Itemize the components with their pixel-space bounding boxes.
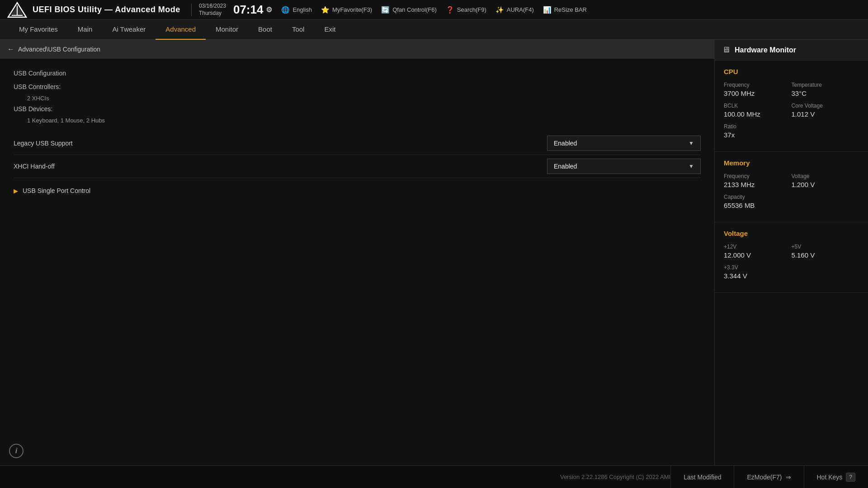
ez-mode-label: EzMode(F7) bbox=[747, 474, 782, 481]
footer-actions: Last Modified EzMode(F7) ⇒ Hot Keys ? bbox=[670, 466, 868, 488]
nav-exit[interactable]: Exit bbox=[314, 20, 345, 40]
hw-v12-v5-row: +12V 12.000 V +5V 5.160 V bbox=[724, 244, 859, 259]
search-icon: ❓ bbox=[446, 6, 454, 14]
hw-mem-freq-label: Frequency bbox=[724, 173, 792, 179]
hw-cpu-ratio-row: Ratio 37x bbox=[724, 123, 859, 139]
hw-cpu-ratio-value: 37x bbox=[724, 131, 859, 139]
hot-keys-button[interactable]: Hot Keys ? bbox=[804, 466, 868, 488]
hw-cpu-bclk-vcore-row: BCLK 100.00 MHz Core Voltage 1.012 V bbox=[724, 103, 859, 118]
hw-cpu-temp-label: Temperature bbox=[792, 82, 859, 88]
aura-shortcut[interactable]: ✨ AURA(F4) bbox=[495, 6, 534, 14]
qfan-label: Qfan Control(F6) bbox=[392, 6, 437, 13]
hw-cpu-vcore-label: Core Voltage bbox=[792, 103, 859, 109]
star-icon: ⭐ bbox=[321, 6, 330, 14]
xhci-value: Enabled bbox=[554, 163, 577, 170]
nav-main[interactable]: Main bbox=[68, 20, 103, 40]
xhci-label: XHCI Hand-off bbox=[14, 163, 547, 170]
asus-logo bbox=[7, 2, 27, 18]
hw-cpu-freq-value: 3700 MHz bbox=[724, 89, 792, 97]
config-content: USB Configuration USB Controllers: 2 XHC… bbox=[0, 59, 714, 257]
aura-icon: ✨ bbox=[495, 6, 504, 14]
search-label: Search(F9) bbox=[457, 6, 486, 13]
ez-mode-icon: ⇒ bbox=[786, 474, 791, 481]
settings-icon[interactable]: ⚙ bbox=[266, 5, 272, 14]
hw-cpu-freq-temp-row: Frequency 3700 MHz Temperature 33°C bbox=[724, 82, 859, 97]
xhci-select[interactable]: Enabled ▼ bbox=[547, 159, 701, 174]
hw-mem-capacity-value: 65536 MB bbox=[724, 202, 859, 209]
hw-v12-col: +12V 12.000 V bbox=[724, 244, 792, 259]
hw-cpu-freq-label: Frequency bbox=[724, 82, 792, 88]
hw-mem-freq-volt-row: Frequency 2133 MHz Voltage 1.200 V bbox=[724, 173, 859, 188]
hot-keys-label: Hot Keys bbox=[817, 474, 843, 481]
date-label: 03/16/2023 bbox=[199, 3, 226, 10]
qfan-control-shortcut[interactable]: 🔄 Qfan Control(F6) bbox=[381, 6, 437, 14]
usb-controllers-label: USB Controllers: bbox=[14, 81, 701, 92]
footer-bar: Version 2.22.1286 Copyright (C) 2022 AMI… bbox=[0, 465, 868, 488]
my-favorite-shortcut[interactable]: ⭐ MyFavorite(F3) bbox=[321, 6, 372, 14]
hw-cpu-temp-col: Temperature 33°C bbox=[792, 82, 859, 97]
aura-label: AURA(F4) bbox=[507, 6, 534, 13]
legacy-usb-select[interactable]: Enabled ▼ bbox=[547, 136, 701, 151]
hw-v33-col: +3.3V 3.344 V bbox=[724, 264, 859, 280]
hot-keys-key-icon: ? bbox=[846, 473, 855, 482]
nav-boot[interactable]: Boot bbox=[248, 20, 282, 40]
nav-advanced[interactable]: Advanced bbox=[156, 20, 206, 40]
hw-mem-capacity-row: Capacity 65536 MB bbox=[724, 194, 859, 209]
hw-cpu-bclk-label: BCLK bbox=[724, 103, 792, 109]
nav-ai-tweaker[interactable]: Ai Tweaker bbox=[102, 20, 156, 40]
hw-mem-capacity-label: Capacity bbox=[724, 194, 859, 200]
monitor-icon: 🖥 bbox=[722, 45, 730, 55]
hw-mem-capacity-col: Capacity 65536 MB bbox=[724, 194, 859, 209]
hw-cpu-vcore-col: Core Voltage 1.012 V bbox=[792, 103, 859, 118]
hw-v5-label: +5V bbox=[792, 244, 859, 250]
hw-v12-label: +12V bbox=[724, 244, 792, 250]
app-title: UEFI BIOS Utility — Advanced Mode bbox=[33, 5, 180, 14]
hw-monitor-panel: 🖥 Hardware Monitor CPU Frequency 3700 MH… bbox=[714, 40, 868, 465]
hw-cpu-freq-col: Frequency 3700 MHz bbox=[724, 82, 792, 97]
content-area: ← Advanced\USB Configuration USB Configu… bbox=[0, 40, 714, 465]
last-modified-label: Last Modified bbox=[684, 474, 721, 481]
day-label: Thursday bbox=[199, 10, 222, 17]
last-modified-button[interactable]: Last Modified bbox=[670, 466, 734, 488]
search-shortcut[interactable]: ❓ Search(F9) bbox=[446, 6, 486, 14]
ez-mode-button[interactable]: EzMode(F7) ⇒ bbox=[734, 466, 803, 488]
hw-v5-col: +5V 5.160 V bbox=[792, 244, 859, 259]
time-display: 07:14 ⚙ bbox=[233, 3, 273, 17]
legacy-usb-label: Legacy USB Support bbox=[14, 140, 547, 147]
hw-memory-title: Memory bbox=[724, 159, 859, 167]
hw-v33-row: +3.3V 3.344 V bbox=[724, 264, 859, 280]
hw-mem-volt-label: Voltage bbox=[792, 173, 859, 179]
hw-v12-value: 12.000 V bbox=[724, 251, 792, 259]
nav-my-favorites[interactable]: My Favorites bbox=[9, 20, 68, 40]
footer-version: Version 2.22.1286 Copyright (C) 2022 AMI bbox=[560, 474, 670, 480]
nav-monitor[interactable]: Monitor bbox=[206, 20, 248, 40]
fan-icon: 🔄 bbox=[381, 6, 390, 14]
hw-mem-volt-value: 1.200 V bbox=[792, 181, 859, 188]
breadcrumb-text: Advanced\USB Configuration bbox=[18, 46, 100, 53]
info-area: i bbox=[0, 436, 714, 465]
hw-monitor-header: 🖥 Hardware Monitor bbox=[715, 40, 868, 61]
resize-icon: 📊 bbox=[543, 6, 552, 14]
resize-bar-shortcut[interactable]: 📊 ReSize BAR bbox=[543, 6, 587, 14]
nav-tool[interactable]: Tool bbox=[282, 20, 315, 40]
header-bar: UEFI BIOS Utility — Advanced Mode 03/16/… bbox=[0, 0, 868, 20]
hw-cpu-temp-value: 33°C bbox=[792, 89, 859, 97]
hw-voltage-section: Voltage +12V 12.000 V +5V 5.160 V +3.3V … bbox=[715, 222, 868, 293]
info-icon[interactable]: i bbox=[9, 444, 24, 458]
usb-devices-label: USB Devices: bbox=[14, 103, 701, 114]
usb-single-port-submenu[interactable]: ▶ USB Single Port Control bbox=[14, 183, 701, 199]
hw-mem-freq-value: 2133 MHz bbox=[724, 181, 792, 188]
resize-label: ReSize BAR bbox=[554, 6, 587, 13]
hw-cpu-vcore-value: 1.012 V bbox=[792, 110, 859, 118]
usb-controllers-value: 2 XHCIs bbox=[14, 95, 701, 102]
legacy-usb-row: Legacy USB Support Enabled ▼ bbox=[14, 132, 701, 155]
hw-monitor-title: Hardware Monitor bbox=[735, 46, 796, 54]
submenu-label: USB Single Port Control bbox=[23, 187, 90, 194]
hw-v33-label: +3.3V bbox=[724, 264, 859, 271]
submenu-arrow-icon: ▶ bbox=[14, 188, 18, 194]
language-selector[interactable]: 🌐 English bbox=[281, 6, 312, 14]
hw-cpu-bclk-col: BCLK 100.00 MHz bbox=[724, 103, 792, 118]
back-arrow-icon[interactable]: ← bbox=[7, 45, 14, 53]
usb-devices-value: 1 Keyboard, 1 Mouse, 2 Hubs bbox=[14, 117, 701, 124]
hw-v33-value: 3.344 V bbox=[724, 272, 859, 280]
